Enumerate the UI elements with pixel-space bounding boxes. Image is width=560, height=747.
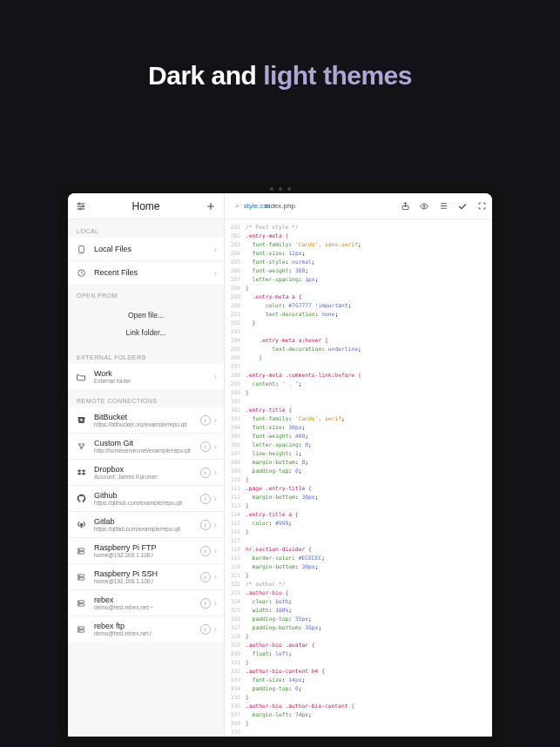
svg-point-29 (78, 630, 79, 631)
tab-index-php[interactable]: index.php (260, 202, 300, 210)
editor-pane: × style.css index.php (225, 193, 492, 737)
svg-point-13 (80, 448, 82, 449)
svg-point-21 (78, 578, 79, 579)
row-sub: demo@test.rebex.net:/ (94, 630, 197, 636)
connection-icon (75, 571, 87, 583)
check-icon[interactable] (457, 201, 468, 212)
sidebar-item-external-work[interactable]: Work External folder › (68, 364, 224, 389)
share-icon[interactable] (400, 201, 410, 212)
sidebar-title: Home (132, 200, 159, 212)
chevron-right-icon: › (214, 494, 217, 503)
svg-point-24 (78, 601, 79, 602)
row-label: Work (94, 369, 211, 378)
info-icon[interactable]: i (200, 624, 211, 635)
preview-icon[interactable] (419, 201, 429, 212)
info-icon[interactable]: i (200, 572, 211, 582)
chevron-right-icon: › (214, 546, 217, 555)
sidebar-item-remote[interactable]: BitBuckethttps://bitbucket.org/example/r… (68, 407, 224, 434)
sidebar-item-remote[interactable]: Gitlabhttps://gitlab.com/example/repo.gi… (68, 512, 224, 538)
sidebar-item-remote[interactable]: rebexdemo@test.rebex.net:~i› (68, 590, 224, 616)
open-file-link[interactable]: Open file... (68, 302, 224, 328)
connection-icon (75, 597, 87, 609)
chevron-right-icon: › (214, 372, 217, 381)
row-sub: https://github.com/example/repo.git (94, 500, 197, 506)
section-remote-label: REMOTE CONNECTIONS (68, 389, 224, 407)
filter-icon[interactable] (75, 200, 87, 212)
device-icon (75, 243, 87, 255)
promo-headline: Dark and light themes (0, 0, 560, 91)
chevron-right-icon: › (214, 520, 217, 529)
chevron-right-icon: › (214, 245, 217, 254)
row-label: BitBucket (94, 413, 197, 421)
info-icon[interactable]: i (200, 441, 211, 452)
chevron-right-icon: › (214, 598, 217, 608)
info-icon[interactable]: i (200, 546, 211, 556)
sidebar: Home LOCAL Local Files › Recent Files › (68, 193, 225, 737)
row-sub: External folder (94, 378, 211, 384)
expand-icon[interactable] (476, 201, 487, 212)
row-label: Raspberry Pi SSH (94, 569, 197, 578)
row-label: Raspberry Pi FTP (94, 543, 197, 552)
row-label: rebex (94, 596, 197, 604)
sidebar-item-remote[interactable]: DropboxAccount: James Kuroneni› (68, 460, 224, 486)
svg-point-4 (82, 205, 84, 207)
info-icon[interactable]: i (200, 415, 211, 426)
editor-toolbar (400, 201, 487, 212)
row-sub: home@192.168.1.100:/ (94, 552, 197, 558)
sidebar-item-remote[interactable]: Custom Githttp://homeserver.net/example/… (68, 434, 224, 460)
connection-icon (75, 519, 87, 531)
info-icon[interactable]: i (200, 494, 211, 504)
section-external-label: EXTERNAL FOLDERS (68, 346, 224, 364)
chevron-right-icon: › (214, 572, 217, 582)
list-icon[interactable] (438, 201, 449, 212)
sidebar-item-local-files[interactable]: Local Files › (68, 238, 224, 261)
row-label: Gitlab (94, 517, 197, 526)
row-sub: http://homeserver.net/example/repo.git (94, 448, 197, 454)
chevron-right-icon: › (214, 268, 217, 278)
sidebar-item-recent-files[interactable]: Recent Files › (68, 261, 224, 284)
section-openfrom-label: OPEN FROM (68, 284, 224, 302)
row-label: Github (94, 491, 197, 500)
chevron-right-icon: › (214, 624, 217, 634)
row-label: Recent Files (94, 268, 211, 277)
link-folder-link[interactable]: Link folder... (68, 328, 224, 346)
row-sub: demo@test.rebex.net:~ (94, 604, 197, 610)
row-sub: Account: James Kuronen (94, 474, 197, 480)
chevron-right-icon: › (214, 415, 217, 425)
info-icon[interactable]: i (200, 598, 211, 609)
sidebar-item-remote[interactable]: Githubhttps://github.com/example/repo.gi… (68, 486, 224, 512)
row-label: Dropbox (94, 465, 197, 474)
connection-icon (75, 414, 87, 427)
connection-icon (75, 545, 87, 557)
svg-point-16 (78, 548, 79, 549)
svg-point-3 (78, 203, 80, 205)
device-frame: Home LOCAL Local Files › Recent Files › (57, 183, 503, 747)
row-sub: home@192.168.1.100:/ (94, 578, 197, 584)
close-icon[interactable]: × (235, 202, 240, 210)
row-label: Local Files (94, 245, 211, 253)
svg-point-28 (78, 627, 79, 628)
chevron-right-icon: › (214, 441, 217, 451)
connection-icon (75, 467, 87, 479)
row-label: Custom Git (94, 439, 197, 448)
chevron-right-icon: › (214, 468, 217, 477)
sidebar-item-remote[interactable]: Raspberry Pi FTPhome@192.168.1.100:/i› (68, 538, 224, 564)
svg-point-5 (79, 208, 81, 210)
add-icon[interactable] (205, 200, 217, 212)
connection-icon (75, 623, 87, 636)
code-editor[interactable]: 281/* Post style */282.entry-meta {283 f… (225, 219, 492, 737)
info-icon[interactable]: i (200, 468, 211, 478)
folder-icon (75, 371, 87, 383)
svg-point-25 (78, 604, 79, 605)
svg-point-11 (78, 443, 80, 445)
sidebar-item-remote[interactable]: rebex ftpdemo@test.rebex.net:/i› (68, 616, 224, 642)
section-local-label: LOCAL (68, 219, 224, 238)
device-camera-dots (270, 187, 291, 191)
clock-icon (75, 266, 87, 279)
sidebar-item-remote[interactable]: Raspberry Pi SSHhome@192.168.1.100:/i› (68, 564, 224, 590)
svg-point-17 (78, 552, 79, 553)
row-label: rebex ftp (94, 622, 197, 630)
info-icon[interactable]: i (200, 520, 211, 530)
app-screen: Home LOCAL Local Files › Recent Files › (68, 193, 492, 737)
sidebar-header: Home (68, 193, 224, 219)
